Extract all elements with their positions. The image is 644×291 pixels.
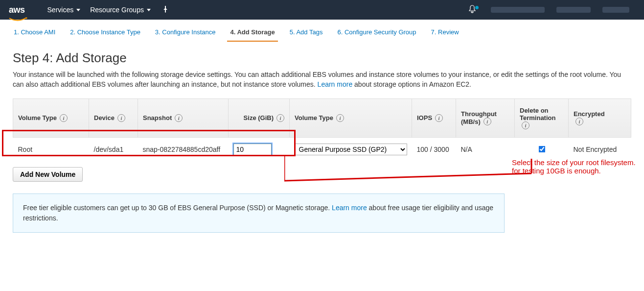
info-pre: Free tier eligible customers can get up … [23,204,332,212]
info-icon[interactable]: i [60,114,68,122]
resource-groups-label: Resource Groups [90,6,144,14]
desc-pre: Your instance will be launched with the … [13,71,621,88]
page-title: Step 4: Add Storage [13,50,631,66]
cell-snapshot: snap-0822784885cd20aff [138,137,229,161]
storage-table: Volume Typei Devicei Snapshoti Size (GiB… [13,98,631,161]
pin-icon[interactable] [156,6,175,14]
info-icon[interactable]: i [575,118,583,125]
hdr-size: Size (GiB) [244,114,274,121]
step-review[interactable]: 7. Review [428,24,462,42]
cell-device: /dev/sda1 [89,137,138,161]
cell-encrypted: Not Encrypted [569,137,631,161]
svg-line-1 [284,173,531,181]
services-label: Services [47,6,74,14]
hdr-delete-l1: Delete on [520,107,549,114]
hdr-encrypted: Encrypted [574,110,605,118]
info-icon[interactable]: i [336,114,344,122]
notification-dot-icon [475,6,479,9]
info-icon[interactable]: i [276,114,284,122]
aws-logo-text: aws [9,5,25,15]
volume-type-select[interactable]: General Purpose SSD (GP2) [295,144,407,155]
resource-groups-menu[interactable]: Resource Groups [85,6,156,14]
step-add-tags[interactable]: 5. Add Tags [287,24,326,42]
cell-throughput: N/A [456,137,515,161]
page-description: Your instance will be launched with the … [13,70,631,90]
top-nav-bar: aws Services Resource Groups [0,0,644,20]
cell-voltype-left: Root [13,137,89,161]
storage-panel: Volume Typei Devicei Snapshoti Size (GiB… [13,98,631,233]
info-icon[interactable]: i [175,114,183,122]
table-row: Root /dev/sda1 snap-0822784885cd20aff Ge… [13,137,631,161]
annotation-line2: for testing 10GB is enough. [512,167,601,175]
info-icon[interactable]: i [117,114,125,122]
services-menu[interactable]: Services [43,6,86,14]
wizard-steps: 1. Choose AMI 2. Choose Instance Type 3.… [0,20,644,42]
hdr-throughput-l2: (MB/s) [461,118,481,125]
info-icon[interactable]: i [483,118,491,125]
account-menu[interactable] [491,7,545,13]
hdr-throughput-l1: Throughput [461,110,497,118]
notifications-bell[interactable] [460,5,485,15]
hdr-volume-type-right: Volume Type [295,114,333,121]
support-menu[interactable] [602,7,629,13]
step-configure-security-group[interactable]: 6. Configure Security Group [334,24,419,42]
cell-iops: 100 / 3000 [412,137,456,161]
aws-logo[interactable]: aws [9,5,25,15]
info-icon[interactable]: i [522,121,529,129]
hdr-device: Device [94,114,115,121]
hdr-volume-type-left: Volume Type [18,114,57,121]
chevron-down-icon [147,9,151,11]
add-new-volume-button[interactable]: Add New Volume [13,167,83,182]
desc-post: about storage options in Amazon EC2. [352,80,471,88]
region-menu[interactable] [556,7,591,13]
annotation-text: Select the size of your root filesystem.… [512,158,644,175]
free-tier-info-box: Free tier eligible customers can get up … [13,194,505,233]
step-configure-instance[interactable]: 3. Configure Instance [152,24,219,42]
page-content: Step 4: Add Storage Your instance will b… [0,42,644,242]
hdr-iops: IOPS [417,114,432,121]
step-choose-ami[interactable]: 1. Choose AMI [11,24,58,42]
bell-icon [468,5,476,14]
size-input[interactable] [233,144,272,155]
learn-more-link[interactable]: Learn more [318,80,353,88]
step-add-storage[interactable]: 4. Add Storage [227,24,277,42]
chevron-down-icon [76,9,80,11]
annotation-line1: Select the size of your root filesystem. [512,158,636,167]
aws-smile-icon [9,14,25,17]
delete-on-termination-checkbox[interactable] [538,146,545,153]
info-icon[interactable]: i [435,114,443,122]
learn-more-free-tier-link[interactable]: Learn more [332,204,367,212]
step-choose-instance-type[interactable]: 2. Choose Instance Type [67,24,143,42]
hdr-snapshot: Snapshot [143,114,172,121]
hdr-delete-l2: Termination [520,114,555,121]
